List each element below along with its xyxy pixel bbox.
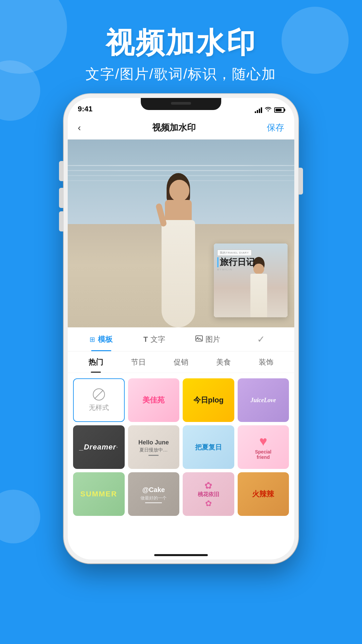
- tab-text[interactable]: T 文字: [128, 327, 181, 351]
- check-icon: ✓: [257, 334, 265, 345]
- nav-title: 视频加水印: [152, 122, 196, 133]
- video-preview: 我的TRAVEL DIARY 旅行日记 BYMILIN: [68, 140, 294, 327]
- template-grid: 无样式 美佳苑 今日plog JuiceLove _Dreamer·: [68, 373, 294, 526]
- watermark-card[interactable]: 我的TRAVEL DIARY 旅行日记 BYMILIN: [214, 244, 288, 317]
- template-cake[interactable]: @Cake 做最好的一个: [128, 472, 180, 516]
- watermark-text-area: 我的TRAVEL DIARY 旅行日记 BYMILIN: [217, 249, 284, 271]
- image-icon: [195, 335, 203, 343]
- plog-text: 今日plog: [193, 395, 224, 405]
- main-title: 视频加水印: [0, 27, 362, 59]
- tab-image-label: 图片: [205, 334, 220, 344]
- tab-template[interactable]: ⊞ 模板: [74, 327, 128, 351]
- heart-icon: ♥: [259, 434, 267, 448]
- woman-figure: [152, 160, 205, 327]
- watermark-diary-title: 旅行日记: [220, 258, 255, 267]
- cat-decor[interactable]: 装饰: [245, 352, 288, 373]
- beach-background: 我的TRAVEL DIARY 旅行日记 BYMILIN: [68, 140, 294, 327]
- status-time: 9:41: [78, 105, 93, 113]
- toolbar-tabs: ⊞ 模板 T 文字 图片: [68, 327, 294, 352]
- text-icon: T: [143, 335, 148, 344]
- template-june[interactable]: Hello June 夏日慢放中…: [128, 425, 180, 469]
- status-icons: [255, 106, 284, 113]
- template-plog[interactable]: 今日plog: [183, 378, 234, 422]
- template-dreamer[interactable]: _Dreamer·: [73, 425, 125, 469]
- love-text: JuiceLove: [250, 397, 276, 404]
- tab-image[interactable]: 图片: [181, 327, 234, 351]
- wifi-icon: [265, 106, 272, 113]
- cat-promo[interactable]: 促销: [160, 352, 202, 373]
- june-text: Hello June 夏日慢放中…: [138, 438, 169, 456]
- nav-bar: ‹ 视频加水印 保存: [68, 116, 294, 140]
- flowers-text: ✿ 桃花依旧 ✿: [198, 480, 219, 508]
- category-tabs: 热门 节日 促销 美食 装饰: [68, 352, 294, 373]
- template-summer-blue[interactable]: 把夏复日: [183, 425, 234, 469]
- cute-text: 美佳苑: [142, 395, 165, 405]
- back-button[interactable]: ‹: [78, 122, 81, 133]
- phone-notch: [147, 98, 215, 110]
- dreamer-text: _Dreamer·: [79, 443, 118, 451]
- template-special[interactable]: ♥ Specialfriend: [238, 425, 289, 469]
- template-summer-green[interactable]: SUMMER: [73, 472, 125, 516]
- special-inner: ♥ Specialfriend: [255, 425, 272, 469]
- template-icon: ⊞: [89, 335, 95, 343]
- tab-template-label: 模板: [98, 334, 113, 344]
- pepper-text: 火辣辣: [252, 489, 274, 499]
- template-pepper[interactable]: 火辣辣: [238, 472, 289, 516]
- no-style-label: 无样式: [89, 403, 109, 412]
- cat-food[interactable]: 美食: [202, 352, 245, 373]
- tab-check[interactable]: ✓: [234, 327, 288, 351]
- battery-icon: [274, 107, 284, 113]
- save-button[interactable]: 保存: [267, 122, 284, 133]
- home-indicator: [154, 554, 208, 556]
- template-love[interactable]: JuiceLove: [238, 378, 289, 422]
- cat-holiday[interactable]: 节日: [117, 352, 160, 373]
- sub-title: 文字/图片/歌词/标识，随心加: [0, 65, 362, 84]
- template-cute[interactable]: 美佳苑: [128, 378, 180, 422]
- header-area: 视频加水印 文字/图片/歌词/标识，随心加: [0, 0, 362, 84]
- cake-text: @Cake 做最好的一个: [140, 485, 167, 503]
- phone-inner: 9:41: [68, 98, 294, 559]
- phone-wrapper: 9:41: [64, 94, 298, 580]
- template-flowers[interactable]: ✿ 桃花依旧 ✿: [183, 472, 234, 516]
- watermark-logo: 我的TRAVEL DIARY: [220, 251, 249, 255]
- signal-icon: [255, 107, 262, 113]
- cat-hot[interactable]: 热门: [74, 352, 117, 373]
- template-no-style[interactable]: 无样式: [73, 378, 125, 422]
- special-text: Specialfriend: [255, 449, 272, 460]
- summer-green-text: SUMMER: [80, 490, 117, 498]
- tab-text-label: 文字: [150, 334, 165, 344]
- no-style-icon: [93, 388, 105, 400]
- bg-decoration-circle-4: [0, 490, 40, 543]
- phone-outer: 9:41: [64, 94, 298, 564]
- summer-blue-text: 把夏复日: [195, 443, 222, 452]
- watermark-diary-sub: BYMILIN: [217, 268, 284, 271]
